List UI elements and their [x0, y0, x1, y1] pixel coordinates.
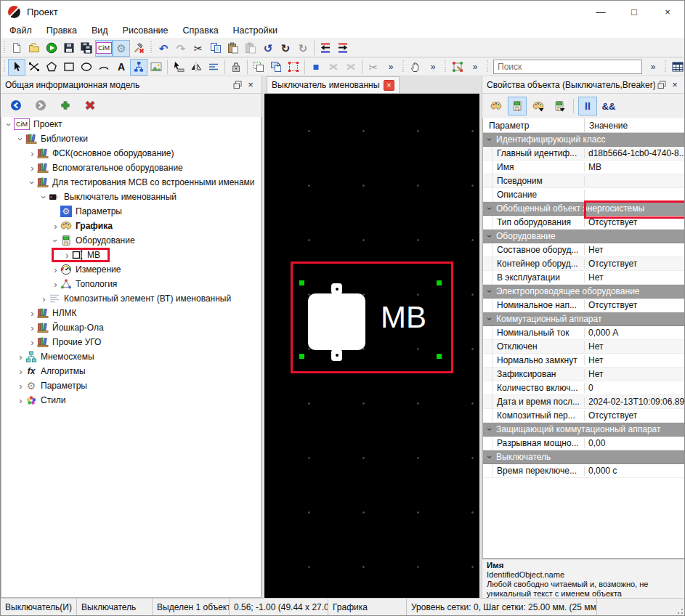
chevron-right-icon[interactable]: ›: [16, 352, 25, 362]
add-button[interactable]: [57, 97, 73, 113]
property-value[interactable]: Отсутствует: [585, 217, 685, 227]
arc-button[interactable]: [95, 59, 113, 76]
chevron-down-icon[interactable]: ›: [27, 178, 38, 187]
palette-button[interactable]: [487, 97, 506, 115]
chevron-down-icon[interactable]: ›: [485, 133, 495, 146]
property-row[interactable]: Количество включ...0: [483, 381, 685, 395]
tree-item[interactable]: ›Прочие УГО: [1, 335, 261, 349]
property-row[interactable]: Номинальное нап...Отсутствует: [483, 299, 685, 312]
tab-close-icon[interactable]: ×: [384, 80, 394, 91]
floppy-multi-button[interactable]: [78, 40, 95, 57]
tree-item[interactable]: ›Йошкар-Ола: [1, 320, 261, 335]
breaker-terminal-bottom[interactable]: [331, 349, 342, 361]
bring-front-button[interactable]: [267, 59, 285, 76]
tree-item[interactable]: ›НЛМК: [1, 306, 261, 320]
pause-button[interactable]: II: [578, 97, 597, 115]
property-row[interactable]: Номинальный ток0,000 А: [483, 326, 685, 340]
chevron-right-icon[interactable]: ›: [28, 337, 37, 348]
chevron-right-icon[interactable]: ›: [16, 395, 25, 406]
maximize-button[interactable]: □: [617, 1, 651, 23]
run-button[interactable]: [43, 40, 60, 57]
tree-item[interactable]: ›МВ: [1, 248, 261, 262]
chevron-down-icon[interactable]: ›: [50, 236, 61, 246]
tree-item[interactable]: ›Измерение: [1, 262, 261, 277]
search-input[interactable]: [493, 60, 642, 74]
undock-icon[interactable]: [655, 78, 668, 92]
menu-item-2[interactable]: Вид: [84, 25, 115, 36]
menu-item-5[interactable]: Настройки: [226, 25, 285, 36]
panel-close-icon[interactable]: ×: [244, 78, 257, 92]
chevron-right-icon[interactable]: ›: [39, 293, 49, 304]
menu-item-4[interactable]: Справка: [176, 25, 226, 36]
tab-breaker[interactable]: Выключатель именованный * ×: [267, 76, 400, 93]
property-row[interactable]: Псевдоним: [483, 174, 685, 188]
rotate-right-button[interactable]: ↻: [294, 40, 312, 57]
chevron-right-icon[interactable]: ›: [28, 323, 37, 333]
model-tree[interactable]: ›CiMПроект›Библиотеки›ФСК(основное обору…: [1, 117, 262, 598]
mirror-button[interactable]: [187, 59, 205, 76]
selection-handle[interactable]: [299, 280, 304, 285]
palette-down-button[interactable]: [529, 97, 548, 115]
property-row[interactable]: Композитный пер...Отсутствует: [483, 409, 685, 423]
delete-button[interactable]: [82, 97, 98, 113]
tree-item[interactable]: ›Композитный элемент (ВТ) именованный: [1, 291, 261, 306]
polygon-button[interactable]: [43, 59, 60, 76]
chevron-down-icon[interactable]: ›: [485, 312, 495, 325]
nav-back-button[interactable]: [8, 97, 24, 113]
page-button[interactable]: [8, 40, 25, 57]
property-value[interactable]: МВ: [585, 162, 685, 172]
and-and-button[interactable]: &&: [599, 97, 618, 115]
chevron-right-icon[interactable]: ›: [28, 308, 37, 319]
cut-button[interactable]: ✂: [365, 59, 382, 76]
property-row[interactable]: Разрывная мощно...0,00: [483, 437, 685, 450]
undock-icon[interactable]: [231, 78, 244, 92]
hammer-button[interactable]: [130, 40, 147, 57]
chevron-right-icon[interactable]: ›: [62, 250, 72, 261]
meter-down-button[interactable]: [550, 97, 569, 115]
chevron-down-icon[interactable]: ›: [4, 120, 15, 129]
tree-item[interactable]: ›CiMПроект: [1, 117, 261, 131]
property-value[interactable]: Нет: [585, 341, 685, 352]
chevron-down-icon[interactable]: ›: [485, 423, 495, 436]
text-a-button[interactable]: A: [113, 59, 130, 76]
ellipse-button[interactable]: [78, 59, 95, 76]
property-value[interactable]: Отсутствует: [585, 300, 685, 310]
selection-handle[interactable]: [437, 354, 442, 359]
nodes-button[interactable]: [130, 59, 147, 76]
gear-button[interactable]: ⚙: [113, 40, 130, 57]
property-row[interactable]: Контейнер оборуд...Отсутствует: [483, 257, 685, 271]
cim-button[interactable]: CiM: [95, 40, 113, 57]
tree-item[interactable]: ›Графика: [1, 219, 261, 233]
lock-button[interactable]: [227, 59, 245, 76]
property-value[interactable]: 0,00: [585, 438, 685, 448]
property-group-header[interactable]: ›Обобщенный объект энергосистемы: [483, 202, 685, 216]
blue-dot-button[interactable]: [307, 59, 325, 76]
meter-button[interactable]: [508, 97, 527, 115]
chevron-right-icon[interactable]: ›: [28, 148, 37, 159]
rectangle-button[interactable]: [60, 59, 78, 76]
floppy-button[interactable]: [60, 40, 78, 57]
undo-button[interactable]: ↶: [155, 40, 172, 57]
measure-button[interactable]: [170, 59, 187, 76]
grid-table-button[interactable]: [669, 59, 684, 76]
close-button[interactable]: ×: [651, 1, 684, 23]
drawing-canvas[interactable]: МВ: [264, 94, 479, 598]
chevron-right-icon[interactable]: ›: [16, 381, 25, 392]
chevron-down-icon[interactable]: ›: [485, 450, 495, 463]
property-value[interactable]: 2024-02-13T10:09:06.896: [585, 397, 685, 407]
red-select-button[interactable]: [285, 59, 302, 76]
tree-item[interactable]: ›fxАлгоритмы: [1, 364, 261, 378]
chevron-down-icon[interactable]: ›: [38, 192, 49, 202]
property-row[interactable]: Дата и время посл...2024-02-13T10:09:06.…: [483, 395, 685, 409]
breaker-symbol[interactable]: [308, 293, 365, 350]
more-button[interactable]: »: [644, 59, 662, 76]
chevron-down-icon[interactable]: ›: [485, 230, 495, 243]
tree-item[interactable]: ›Стили: [1, 393, 261, 408]
property-group-header[interactable]: ›Оборудование: [483, 230, 685, 243]
cut-button[interactable]: ✂: [190, 40, 207, 57]
property-row[interactable]: ИмяМВ: [483, 161, 685, 174]
menu-item-0[interactable]: Файл: [2, 25, 39, 36]
more-button[interactable]: »: [382, 59, 400, 76]
property-value[interactable]: 0: [585, 383, 685, 393]
link-export-button[interactable]: [334, 40, 352, 57]
